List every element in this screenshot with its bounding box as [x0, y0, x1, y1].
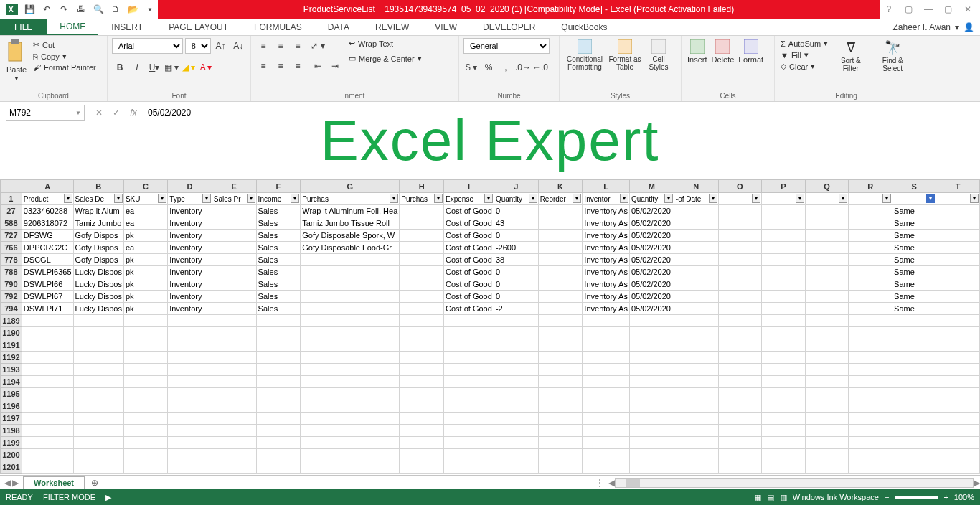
cell[interactable]: 05/02/2020	[629, 242, 674, 254]
cell[interactable]	[494, 388, 538, 400]
cell[interactable]: pk	[123, 303, 167, 315]
cell[interactable]	[718, 437, 762, 449]
cell[interactable]	[674, 327, 718, 339]
tab-view[interactable]: VIEW	[422, 19, 470, 35]
undo-icon[interactable]: ↶	[39, 1, 55, 17]
cell[interactable]	[301, 303, 400, 315]
cell[interactable]	[168, 425, 212, 437]
cell[interactable]	[936, 303, 980, 315]
row-header[interactable]: 794	[1, 303, 22, 315]
cell[interactable]	[674, 364, 718, 376]
cell[interactable]	[936, 364, 980, 376]
cell[interactable]: 05/02/2020	[629, 291, 674, 303]
cell[interactable]	[718, 315, 762, 327]
cell[interactable]: Inventory As	[583, 217, 630, 230]
cell[interactable]	[718, 242, 762, 254]
cell[interactable]	[123, 449, 167, 461]
tab-review[interactable]: REVIEW	[362, 19, 422, 35]
cell[interactable]	[400, 339, 444, 352]
cell[interactable]	[256, 461, 301, 474]
column-header[interactable]: D	[168, 180, 212, 193]
cell[interactable]: Sales	[256, 242, 301, 254]
cell[interactable]	[494, 339, 538, 352]
column-header[interactable]: A	[22, 180, 73, 193]
cell[interactable]	[256, 327, 301, 339]
cell[interactable]	[22, 461, 73, 474]
cell[interactable]	[936, 291, 980, 303]
cell[interactable]	[301, 254, 400, 266]
cell[interactable]: DSWLPI71	[22, 303, 73, 315]
horizontal-scrollbar[interactable]	[615, 478, 974, 488]
cell[interactable]	[629, 352, 674, 364]
cell[interactable]: Same	[892, 291, 936, 303]
cell[interactable]	[212, 400, 256, 413]
cell[interactable]: DSWLPI66	[22, 278, 73, 291]
cell[interactable]	[936, 352, 980, 364]
cell[interactable]	[444, 461, 494, 474]
cell[interactable]	[212, 303, 256, 315]
cell[interactable]	[718, 449, 762, 461]
cell[interactable]	[718, 413, 762, 425]
cell[interactable]	[538, 364, 583, 376]
cell[interactable]	[212, 437, 256, 449]
row-header[interactable]: 1193	[1, 364, 22, 376]
cell[interactable]	[718, 364, 762, 376]
cell[interactable]: Inventory	[168, 230, 212, 242]
cell[interactable]	[123, 461, 167, 474]
cell[interactable]	[718, 425, 762, 437]
sheet-nav-prev-icon[interactable]: ◀	[4, 478, 11, 488]
cell[interactable]	[762, 376, 806, 388]
cell[interactable]	[629, 364, 674, 376]
cell[interactable]	[849, 461, 892, 474]
cell[interactable]	[718, 230, 762, 242]
row-header[interactable]: 1199	[1, 437, 22, 449]
cell[interactable]	[168, 449, 212, 461]
cell[interactable]: Inventory	[168, 254, 212, 266]
cell[interactable]	[22, 376, 73, 388]
row-header[interactable]: 1	[1, 193, 22, 205]
cell[interactable]	[212, 339, 256, 352]
cell[interactable]: Inventory As	[583, 242, 630, 254]
cell[interactable]	[494, 425, 538, 437]
cell[interactable]	[400, 230, 444, 242]
cell[interactable]	[936, 327, 980, 339]
cell[interactable]	[849, 352, 892, 364]
cell[interactable]: Inventory	[168, 291, 212, 303]
cell[interactable]	[718, 327, 762, 339]
cell[interactable]	[444, 352, 494, 364]
cell[interactable]	[494, 461, 538, 474]
filter-header[interactable]: Income▾	[256, 193, 301, 205]
cell[interactable]	[123, 413, 167, 425]
fx-icon[interactable]: fx	[125, 105, 142, 121]
bold-button[interactable]: B	[112, 60, 128, 75]
cell[interactable]	[256, 315, 301, 327]
cell[interactable]	[400, 266, 444, 278]
cell[interactable]	[256, 339, 301, 352]
cell[interactable]	[936, 449, 980, 461]
tab-home[interactable]: HOME	[47, 19, 98, 35]
cell[interactable]	[168, 437, 212, 449]
filter-header[interactable]: Type▾	[168, 193, 212, 205]
cell[interactable]	[849, 364, 892, 376]
cell[interactable]	[762, 352, 806, 364]
cell[interactable]	[674, 315, 718, 327]
cell[interactable]	[538, 425, 583, 437]
cell[interactable]	[538, 217, 583, 230]
cell[interactable]	[73, 400, 123, 413]
close-icon[interactable]: ✕	[958, 2, 977, 17]
cell[interactable]	[762, 388, 806, 400]
cell[interactable]	[301, 352, 400, 364]
cell[interactable]	[718, 278, 762, 291]
windows-ink-label[interactable]: Windows Ink Workspace	[793, 493, 879, 501]
formula-input[interactable]	[142, 105, 286, 121]
cell[interactable]	[762, 291, 806, 303]
cell[interactable]: pk	[123, 266, 167, 278]
cell[interactable]	[212, 266, 256, 278]
cell[interactable]	[494, 400, 538, 413]
cell[interactable]	[73, 315, 123, 327]
cell[interactable]	[849, 291, 892, 303]
filter-dropdown-icon[interactable]: ▾	[839, 194, 847, 203]
cell[interactable]	[538, 388, 583, 400]
delete-button[interactable]: Delete	[710, 38, 736, 90]
cell[interactable]: ea	[123, 242, 167, 254]
